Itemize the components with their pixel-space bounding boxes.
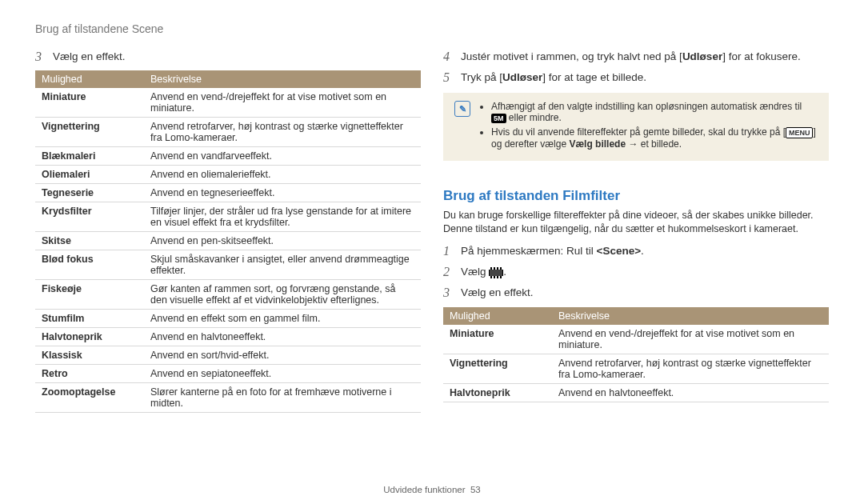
description-cell: Anvend en vend-/drejeffekt for at vise m… (144, 88, 421, 118)
option-cell: Klassisk (35, 346, 144, 365)
step-number: 1 (443, 244, 461, 258)
step-text: Vælg en effekt. (53, 50, 421, 64)
table-row: VignetteringAnvend retrofarver, høj kont… (443, 354, 829, 383)
option-cell: Miniature (443, 325, 552, 354)
note-box: ✎ Afhængigt af den valgte indstilling ka… (443, 93, 829, 161)
table-row: VignetteringAnvend retrofarver, høj kont… (35, 118, 421, 147)
info-icon: ✎ (454, 101, 470, 117)
film-icon (489, 267, 503, 278)
step-number: 3 (35, 50, 53, 64)
option-cell: Blækmaleri (35, 147, 144, 166)
step-5: 5 Tryk på [Udløser] for at tage et bille… (443, 70, 829, 85)
step-number: 3 (443, 286, 461, 300)
description-cell: Anvend retrofarver, høj kontrast og stær… (552, 354, 829, 383)
description-cell: Anvend en sepiatoneeffekt. (144, 365, 421, 383)
table-row: TegneserieAnvend en tegneserieeffekt. (35, 184, 421, 202)
table-row: KlassiskAnvend en sort/hvid-effekt. (35, 346, 421, 365)
table-row: OliemaleriAnvend en oliemalerieffekt. (35, 166, 421, 184)
description-cell: Anvend en halvtoneeffekt. (144, 328, 421, 346)
table-row: Blød fokusSkjul småskavanker i ansigtet,… (35, 250, 421, 280)
step-text: På hjemmeskærmen: Rul til <Scene>. (461, 244, 829, 258)
option-cell: Retro (35, 365, 144, 383)
col-description: Beskrivelse (552, 307, 829, 325)
note-item: Afhængigt af den valgte indstilling kan … (491, 101, 818, 123)
step-text: Vælg en effekt. (461, 286, 829, 300)
step-text: Tryk på [Udløser] for at tage et billede… (461, 70, 829, 85)
step-number: 5 (443, 70, 461, 85)
description-cell: Anvend retrofarver, høj kontrast og stær… (144, 118, 421, 147)
step-4: 4 Justér motivet i rammen, og tryk halvt… (443, 50, 829, 64)
description-cell: Anvend en halvtoneeffekt. (552, 383, 829, 402)
description-cell: Anvend en oliemalerieffekt. (144, 166, 421, 184)
step-1: 1 På hjemmeskærmen: Rul til <Scene>. (443, 244, 829, 258)
table-row: RetroAnvend en sepiatoneeffekt. (35, 365, 421, 383)
table-row: KrydsfilterTilføjer linjer, der stråler … (35, 202, 421, 232)
description-cell: Skjul småskavanker i ansigtet, eller anv… (144, 250, 421, 280)
description-cell: Anvend en tegneserieeffekt. (144, 184, 421, 202)
filmfilter-heading: Brug af tilstanden Filmfilter (443, 188, 829, 204)
effects-table: Mulighed Beskrivelse MiniatureAnvend en … (35, 70, 421, 413)
intro-paragraph: Du kan bruge forskellige filtereffekter … (443, 209, 829, 236)
option-cell: Tegneserie (35, 184, 144, 202)
resolution-icon: 5M (491, 114, 506, 123)
table-row: HalvtoneprikAnvend en halvtoneeffekt. (35, 328, 421, 346)
table-row: FiskeøjeGør kanten af rammen sort, og fo… (35, 280, 421, 310)
option-cell: Halvtoneprik (443, 383, 552, 402)
table-row: MiniatureAnvend en vend-/drejeffekt for … (35, 88, 421, 118)
table-row: ZoomoptagelseSlører kanterne på en foto … (35, 383, 421, 413)
option-cell: Blød fokus (35, 250, 144, 280)
option-cell: Miniature (35, 88, 144, 118)
page-heading: Brug af tilstandene Scene (35, 22, 421, 35)
step-text: Justér motivet i rammen, og tryk halvt n… (461, 50, 829, 64)
table-row: StumfilmAnvend en effekt som en gammel f… (35, 310, 421, 328)
description-cell: Anvend en vandfarveeffekt. (144, 147, 421, 166)
option-cell: Vignettering (443, 354, 552, 383)
option-cell: Halvtoneprik (35, 328, 144, 346)
description-cell: Tilføjer linjer, der stråler ud fra lyse… (144, 202, 421, 232)
col-option: Mulighed (443, 307, 552, 325)
option-cell: Oliemaleri (35, 166, 144, 184)
option-cell: Fiskeøje (35, 280, 144, 310)
option-cell: Vignettering (35, 118, 144, 147)
step-3b: 3 Vælg en effekt. (443, 286, 829, 300)
option-cell: Zoomoptagelse (35, 383, 144, 413)
table-row: MiniatureAnvend en vend-/drejeffekt for … (443, 325, 829, 354)
step-number: 4 (443, 50, 461, 64)
description-cell: Slører kanterne på en foto for at fremhæ… (144, 383, 421, 413)
note-item: Hvis du vil anvende filtereffekter på ge… (491, 126, 818, 150)
effects-table-film: Mulighed Beskrivelse MiniatureAnvend en … (443, 307, 829, 402)
description-cell: Anvend en sort/hvid-effekt. (144, 346, 421, 365)
option-cell: Skitse (35, 232, 144, 250)
step-text: Vælg . (461, 265, 829, 279)
step-2: 2 Vælg . (443, 265, 829, 279)
page-footer: Udvidede funktioner 53 (0, 485, 864, 494)
step-3: 3 Vælg en effekt. (35, 50, 421, 64)
table-row: BlækmaleriAnvend en vandfarveeffekt. (35, 147, 421, 166)
option-cell: Stumfilm (35, 310, 144, 328)
description-cell: Anvend en effekt som en gammel film. (144, 310, 421, 328)
description-cell: Anvend en pen-skitseeffekt. (144, 232, 421, 250)
table-row: SkitseAnvend en pen-skitseeffekt. (35, 232, 421, 250)
description-cell: Anvend en vend-/drejeffekt for at vise m… (552, 325, 829, 354)
description-cell: Gør kanten af rammen sort, og forvræng g… (144, 280, 421, 310)
menu-icon: MENU (786, 127, 814, 138)
col-option: Mulighed (35, 70, 144, 88)
option-cell: Krydsfilter (35, 202, 144, 232)
step-number: 2 (443, 265, 461, 279)
table-row: HalvtoneprikAnvend en halvtoneeffekt. (443, 383, 829, 402)
col-description: Beskrivelse (144, 70, 421, 88)
